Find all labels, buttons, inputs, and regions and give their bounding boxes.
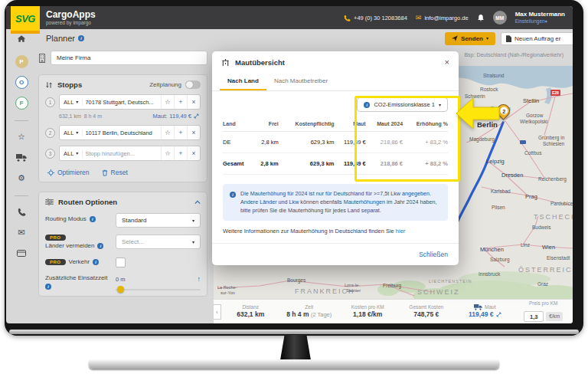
remove-stop-icon[interactable]: × [187,95,200,109]
table-row: DE 2,8 km 629,3 km 119,49 € 218,86 € + 8… [223,132,448,153]
routing-mode-select[interactable]: Standard▾ [116,213,201,228]
traffic-checkbox[interactable] [116,258,126,267]
stops-title: Stopps [57,80,82,89]
tab-nach-land[interactable]: Nach Land [220,72,266,90]
map-label: ÖSTERREICH [518,266,573,274]
vehicle-select[interactable]: ALL▾ [60,99,82,106]
app-bar: Planner i Senden ▾ Neuen Auftrag er [6,29,573,48]
info-icon[interactable]: i [45,284,51,290]
email-address: info@impargo.de [424,15,468,21]
map-label: Bourges [287,277,305,283]
tutorial-arrow [455,95,501,132]
phone-icon[interactable] [18,205,26,218]
slider-knob[interactable] [117,286,124,293]
map-label: Prag [525,193,537,200]
envelope-icon[interactable]: ✉ [18,226,24,239]
collapse-handle[interactable]: ‹ [214,304,221,320]
map-label: Pilsen [492,205,505,210]
table-row-total: Gesamt 2,8 km 629,3 km 119,49 € 218,86 €… [223,153,448,175]
map-label: Wien [542,244,555,251]
map-label: Linz [521,242,530,248]
gear-icon[interactable]: ⚙ [18,172,25,185]
billing-icon[interactable] [17,247,26,260]
toll-value-link[interactable]: 119,49 € [469,310,501,319]
remove-stop-icon[interactable]: × [187,126,200,139]
company-select[interactable]: Meine Firma [51,51,207,65]
company-name: Meine Firma [57,54,90,61]
stat-distance: Distanz 632,1 km [221,304,280,319]
emission-class-select[interactable]: i CO2-Emissionsklasse 1 ▾ [357,97,448,112]
stop-address-input[interactable]: Stopp hinzufügen... [82,150,161,157]
route-options-title: Routen Optionen [58,198,117,206]
reset-label: Reset [111,169,128,176]
stop-address-input[interactable]: 70178 Stuttgart, Deutsch... [82,99,161,106]
favorite-icon[interactable]: ☆ [161,146,174,160]
pro-badge: PRO [45,235,66,241]
info-icon[interactable]: i [78,35,84,41]
star-icon[interactable]: ☆ [18,130,25,143]
traffic-label: Verkehr [69,258,90,265]
map-label: Reichenberg [538,176,567,182]
new-order-button[interactable]: Neuen Auftrag er [501,32,573,45]
stop-row: 1 ALL▾ 70178 Stuttgart, Deutsch... ☆ + × [45,94,201,110]
chevron-down-icon: ▾ [76,130,78,135]
leg-maut-link[interactable]: Maut:119,49 € [153,113,199,120]
zeitplanung-toggle[interactable] [185,80,201,89]
vehicle-select[interactable]: ALL▾ [60,150,82,157]
stat-toll: Maut 119,49 € [456,304,514,319]
vehicle-select[interactable]: ALL▾ [60,130,82,136]
stop-address-input[interactable]: 10117 Berlin, Deutschland [82,130,161,136]
stops-card: Stopps Zeitplanung 1 ALL▾ 70178 Stuttgar… [38,74,207,182]
remove-stop-icon[interactable]: × [187,146,200,160]
map-label: SCHWEIZ [417,288,460,296]
map-label: Karlsbad [491,189,511,194]
more-info-link[interactable]: hier [396,228,406,235]
phone-contact[interactable]: +49 (0) 30 12083684 [344,15,407,21]
map-label: Rostock [480,87,498,92]
close-button[interactable]: Schließen [419,251,448,258]
info-icon[interactable]: i [97,243,103,249]
map-label: Leipzig [486,158,505,165]
sidebar-item-fleet[interactable]: F [15,97,28,110]
add-stop-icon[interactable]: + [174,126,187,139]
send-button-label: Senden [461,35,483,42]
user-menu[interactable]: Max Mustermann Einstellungen▾ [515,11,565,24]
extra-time-slider[interactable] [116,289,201,290]
reset-button[interactable]: Reset [102,169,128,176]
favorite-icon[interactable]: ☆ [161,95,174,109]
sidebar-item-planner[interactable]: P [15,55,28,68]
add-stop-icon[interactable]: + [174,95,187,109]
optimize-button[interactable]: Optimieren [47,169,90,176]
send-button[interactable]: Senden ▾ [445,32,495,45]
phone-number: +49 (0) 30 12083684 [354,15,407,21]
brand-block: CargoApps powered by impargo [46,10,96,25]
avatar[interactable]: MM [493,11,507,25]
left-panel: Meine Firma Stopps Zeitplanung 1 ALL▾ 70… [37,48,214,323]
tab-nach-mautbetreiber[interactable]: Nach Mautbetreiber [266,72,335,90]
stat-time: Zeit 8 h 4 m (2 Tage) [280,304,339,319]
close-icon[interactable]: × [445,58,449,67]
email-contact[interactable]: ✉ info@impargo.de [416,14,469,21]
truck-icon[interactable] [16,151,27,164]
new-order-label: Neuen Auftrag er [514,35,560,42]
svg-logo: SVG [11,6,40,34]
info-icon[interactable]: i [90,216,96,222]
stop-control: ALL▾ Stopp hinzufügen... ☆ + × [59,146,201,161]
avoid-countries-select[interactable]: Select...▾ [116,235,201,249]
home-icon[interactable] [17,34,26,43]
favorite-icon[interactable]: ☆ [161,126,174,139]
sidebar-item-orders[interactable]: O [15,76,28,89]
bell-icon[interactable] [477,14,485,22]
stops-sort-icon [45,81,53,89]
example-hint: Bsp: Deutschland (Nah-/Regionalverkehr) [464,52,564,57]
arrow-up-icon[interactable]: ↑ [198,275,201,283]
price-per-km-input[interactable]: 1,3 [524,311,544,322]
info-icon[interactable]: i [93,259,99,265]
stat-cost-per-km: Kosten pro KM 1,18 €/km [338,304,397,319]
stop-control: ALL▾ 10117 Berlin, Deutschland ☆ + × [59,125,201,140]
send-icon [452,35,458,41]
chevron-up-icon[interactable] [194,200,201,205]
pro-badge: PRO [45,259,66,265]
leg-info: 632,1 km 8 h 4 m Maut:119,49 € [59,113,199,120]
add-stop-icon[interactable]: + [174,146,187,160]
